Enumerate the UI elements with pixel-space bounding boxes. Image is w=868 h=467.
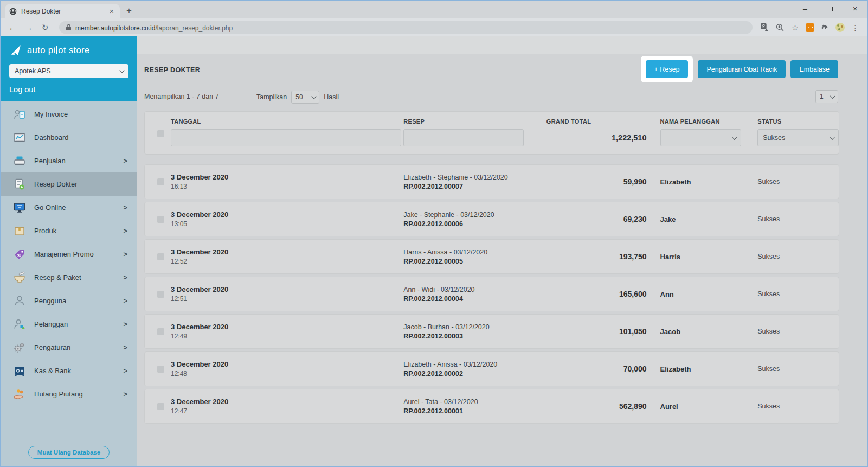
sidebar-item-pelanggan[interactable]: Pelanggan >	[1, 312, 137, 336]
table-row[interactable]: 3 December 2020 12:52 Harris - Anissa - …	[144, 239, 839, 274]
store-selector[interactable]: Apotek APS	[9, 64, 128, 78]
reload-icon[interactable]: ↻	[38, 23, 52, 33]
row-checkbox[interactable]	[157, 366, 164, 373]
minimize-button[interactable]: –	[793, 1, 818, 17]
row-checkbox[interactable]	[157, 403, 164, 410]
row-date: 3 December 2020	[171, 248, 403, 256]
row-resep-names: Elizabeth - Anissa - 03/12/2020	[403, 361, 528, 368]
forward-icon[interactable]: →	[22, 23, 35, 32]
chevron-down-icon	[830, 135, 835, 140]
reload-database-button[interactable]: Muat Ulang Database	[28, 446, 110, 459]
showing-count-text: Menampilkan 1 - 7 dari 7	[144, 93, 219, 100]
row-checkbox[interactable]	[157, 253, 164, 260]
row-status: Sukses	[757, 290, 839, 298]
customer-filter-select[interactable]	[660, 129, 742, 146]
column-header-resep: RESEP	[403, 118, 528, 125]
column-header-tanggal: TANGGAL	[171, 118, 403, 125]
url-bar[interactable]: member.autopilotstore.co.id/laporan_rese…	[59, 21, 753, 34]
maximize-button[interactable]	[818, 1, 843, 17]
row-grand-total: 562,890	[528, 402, 647, 411]
browser-tab[interactable]: Resep Dokter ×	[5, 4, 120, 18]
row-status: Sukses	[757, 402, 839, 410]
chevron-right-icon: >	[123, 320, 127, 328]
sidebar-item-manajemen-promo[interactable]: Manajemen Promo >	[1, 242, 137, 266]
row-checkbox[interactable]	[157, 291, 164, 298]
hasil-label: Hasil	[324, 93, 339, 101]
chevron-down-icon	[830, 93, 835, 99]
sidebar-item-my-invoice[interactable]: My Invoice	[1, 103, 137, 126]
tanggal-filter-input[interactable]	[171, 129, 401, 146]
row-resep-names: Jacob - Burhan - 03/12/2020	[403, 323, 528, 331]
row-checkbox[interactable]	[157, 328, 164, 335]
pengaturan-obat-racik-button[interactable]: Pengaturan Obat Racik	[698, 60, 786, 78]
row-checkbox[interactable]	[157, 216, 164, 223]
sidebar-item-hutang-piutang[interactable]: Hutang Piutang >	[1, 382, 137, 406]
promo-tag-icon	[12, 247, 27, 261]
chevron-right-icon: >	[123, 157, 127, 165]
logout-link[interactable]: Log out	[9, 85, 128, 94]
table-row[interactable]: 3 December 2020 12:48 Elizabeth - Anissa…	[144, 351, 839, 386]
meta-row: Menampilkan 1 - 7 dari 7 Tampilkan 50 Ha…	[144, 90, 838, 104]
sidebar-item-penjualan[interactable]: Penjualan >	[1, 149, 137, 172]
row-customer: Ann	[660, 290, 742, 298]
table-body: 3 December 2020 16:13 Elizabeth - Stepha…	[144, 164, 839, 424]
table-row[interactable]: 3 December 2020 12:51 Ann - Widi - 03/12…	[144, 277, 839, 311]
table-row[interactable]: 3 December 2020 13:05 Jake - Stephanie -…	[144, 202, 839, 236]
row-resep-names: Harris - Anissa - 03/12/2020	[403, 248, 528, 256]
browser-tab-strip: Resep Dokter × + – ×	[1, 1, 867, 18]
page-select[interactable]: 1	[815, 90, 838, 103]
sidebar-item-kas-bank[interactable]: Kas & Bank >	[1, 359, 137, 382]
table-row[interactable]: 3 December 2020 12:49 Jacob - Burhan - 0…	[144, 314, 839, 349]
back-icon[interactable]: ←	[6, 23, 19, 32]
row-checkbox[interactable]	[157, 178, 164, 185]
logo-bar	[56, 46, 57, 54]
sidebar-item-dashboard[interactable]: Dashboard	[1, 126, 137, 149]
star-icon[interactable]: ☆	[790, 23, 800, 32]
chevron-down-icon	[732, 135, 737, 140]
row-resep-names: Jake - Stephanie - 03/12/2020	[403, 211, 528, 219]
table-row[interactable]: 3 December 2020 16:13 Elizabeth - Stepha…	[144, 164, 839, 199]
close-window-button[interactable]: ×	[843, 1, 867, 17]
main-content: RESEP DOKTER + Resep Pengaturan Obat Rac…	[137, 36, 867, 466]
sidebar-item-pengguna[interactable]: Pengguna >	[1, 289, 137, 312]
per-page-select[interactable]: 50	[291, 91, 319, 104]
tab-close-icon[interactable]: ×	[108, 7, 115, 16]
sidebar-item-resep-dokter[interactable]: Resep Dokter	[1, 172, 137, 196]
chevron-right-icon: >	[123, 203, 127, 212]
sidebar: auto piot store Apotek APS Log out My In…	[1, 36, 137, 466]
menu-icon[interactable]: ⋮	[851, 23, 860, 32]
embalase-button[interactable]: Embalase	[790, 60, 838, 78]
add-resep-button[interactable]: + Resep	[646, 60, 689, 78]
row-grand-total: 165,600	[528, 290, 647, 298]
sidebar-item-go-online[interactable]: Go Online >	[1, 196, 137, 219]
sidebar-item-pengaturan[interactable]: Pengaturan >	[1, 336, 137, 359]
sidebar-menu: My Invoice Dashboard Penjualan > Resep D…	[1, 101, 137, 443]
row-resep-code: RP.002.2012.00005	[403, 258, 528, 265]
translate-icon[interactable]	[760, 23, 769, 32]
invoice-icon	[12, 107, 27, 121]
logo: auto piot store	[9, 43, 128, 56]
row-resep-code: RP.002.2012.00004	[403, 295, 528, 303]
extension-bag-icon[interactable]	[806, 23, 814, 32]
sidebar-header: auto piot store Apotek APS Log out	[1, 36, 137, 101]
sidebar-item-resep-paket[interactable]: Resep & Paket >	[1, 266, 137, 289]
top-band	[137, 36, 867, 54]
sidebar-item-produk[interactable]: Produk >	[1, 219, 137, 242]
puzzle-icon[interactable]	[820, 23, 830, 32]
table-row[interactable]: 3 December 2020 12:47 Aurel - Tata - 03/…	[144, 389, 839, 424]
avatar[interactable]	[835, 23, 845, 32]
chevron-right-icon: >	[123, 343, 127, 351]
monitor-icon	[12, 201, 27, 215]
gears-icon	[12, 341, 27, 355]
resep-filter-input[interactable]	[403, 129, 524, 146]
row-time: 12:47	[171, 407, 403, 415]
customers-icon	[12, 317, 27, 331]
select-all-checkbox[interactable]	[157, 130, 164, 137]
row-grand-total: 69,230	[528, 215, 647, 223]
zoom-icon[interactable]	[775, 23, 785, 32]
row-customer: Jake	[660, 215, 742, 223]
new-tab-button[interactable]: +	[126, 5, 132, 16]
chevron-down-icon	[119, 68, 125, 73]
status-filter-select[interactable]: Sukses	[757, 129, 839, 146]
maximize-icon	[828, 7, 833, 11]
